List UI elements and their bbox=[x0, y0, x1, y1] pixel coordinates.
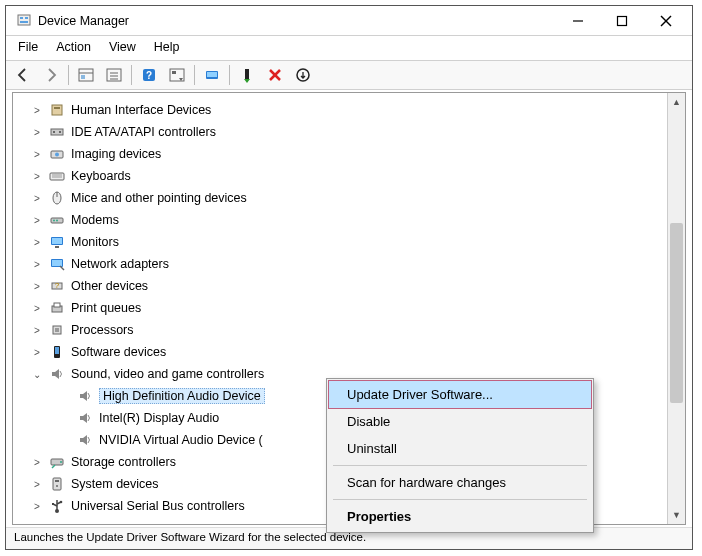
expand-icon[interactable]: > bbox=[31, 237, 43, 248]
svg-point-38 bbox=[53, 220, 55, 222]
toolbar-divider bbox=[194, 65, 195, 85]
tree-node-hid[interactable]: >Human Interface Devices bbox=[31, 99, 667, 121]
tree-node-label: Sound, video and game controllers bbox=[71, 367, 264, 381]
svg-rect-2 bbox=[25, 17, 28, 19]
help-button[interactable]: ? bbox=[138, 64, 160, 86]
tree-node-modem[interactable]: >Modems bbox=[31, 209, 667, 231]
svg-text:?: ? bbox=[55, 281, 60, 290]
svg-point-54 bbox=[60, 461, 62, 463]
maximize-button[interactable] bbox=[600, 7, 644, 35]
svg-rect-50 bbox=[55, 328, 59, 332]
svg-rect-10 bbox=[81, 75, 85, 79]
expand-icon[interactable]: > bbox=[31, 479, 43, 490]
svg-rect-56 bbox=[55, 480, 59, 482]
back-button[interactable] bbox=[12, 64, 34, 86]
tree-node-software[interactable]: >Software devices bbox=[31, 341, 667, 363]
tree-node-label: Mice and other pointing devices bbox=[71, 191, 247, 205]
expand-icon[interactable]: > bbox=[31, 127, 43, 138]
menu-help[interactable]: Help bbox=[154, 40, 180, 54]
toolbar-divider bbox=[131, 65, 132, 85]
expand-icon[interactable]: > bbox=[31, 105, 43, 116]
svg-rect-28 bbox=[53, 131, 55, 133]
svg-point-57 bbox=[56, 485, 58, 487]
action-toolbar-button[interactable] bbox=[166, 64, 188, 86]
tree-node-label: Other devices bbox=[71, 279, 148, 293]
forward-button[interactable] bbox=[40, 64, 62, 86]
tree-node-cpu[interactable]: >Processors bbox=[31, 319, 667, 341]
svg-rect-5 bbox=[618, 16, 627, 25]
context-menu-item[interactable]: Properties bbox=[329, 503, 591, 530]
scroll-down-arrow[interactable]: ▼ bbox=[668, 506, 685, 524]
context-menu-item[interactable]: Update Driver Software... bbox=[329, 381, 591, 408]
tree-node-label: Universal Serial Bus controllers bbox=[71, 499, 245, 513]
other-icon: ? bbox=[49, 278, 65, 294]
expand-icon[interactable]: > bbox=[31, 171, 43, 182]
system-icon bbox=[49, 476, 65, 492]
expand-icon[interactable]: > bbox=[31, 501, 43, 512]
speaker-icon bbox=[77, 410, 93, 426]
tree-node-mouse[interactable]: >Mice and other pointing devices bbox=[31, 187, 667, 209]
minimize-button[interactable] bbox=[556, 7, 600, 35]
enable-toolbar-button[interactable] bbox=[292, 64, 314, 86]
context-menu-item[interactable]: Uninstall bbox=[329, 435, 591, 462]
tree-node-label: Imaging devices bbox=[71, 147, 161, 161]
hid-icon bbox=[49, 102, 65, 118]
menu-view[interactable]: View bbox=[109, 40, 136, 54]
context-menu-item[interactable]: Disable bbox=[329, 408, 591, 435]
scan-hardware-button[interactable] bbox=[201, 64, 223, 86]
tree-node-ide[interactable]: >IDE ATA/ATAPI controllers bbox=[31, 121, 667, 143]
tree-child-label: Intel(R) Display Audio bbox=[99, 411, 219, 425]
tree-node-network[interactable]: >Network adapters bbox=[31, 253, 667, 275]
scroll-thumb[interactable] bbox=[670, 223, 683, 403]
expand-icon[interactable]: > bbox=[31, 347, 43, 358]
printer-icon bbox=[49, 300, 65, 316]
speaker-icon bbox=[77, 388, 93, 404]
collapse-icon[interactable]: ⌄ bbox=[31, 369, 43, 380]
tree-child-label: NVIDIA Virtual Audio Device ( bbox=[99, 433, 263, 447]
menu-action[interactable]: Action bbox=[56, 40, 91, 54]
svg-rect-29 bbox=[59, 131, 61, 133]
tree-node-printer[interactable]: >Print queues bbox=[31, 297, 667, 319]
close-button[interactable] bbox=[644, 7, 688, 35]
svg-point-39 bbox=[56, 220, 58, 222]
properties-toolbar-button[interactable] bbox=[103, 64, 125, 86]
svg-point-60 bbox=[60, 501, 63, 504]
menubar: File Action View Help bbox=[6, 36, 692, 60]
context-menu-item[interactable]: Scan for hardware changes bbox=[329, 469, 591, 496]
menu-file[interactable]: File bbox=[18, 40, 38, 54]
tree-node-label: Human Interface Devices bbox=[71, 103, 211, 117]
keyboard-icon bbox=[49, 168, 65, 184]
expand-icon[interactable]: > bbox=[31, 281, 43, 292]
tree-node-other[interactable]: >?Other devices bbox=[31, 275, 667, 297]
software-icon bbox=[49, 344, 65, 360]
tree-node-label: Monitors bbox=[71, 235, 119, 249]
scroll-up-arrow[interactable]: ▲ bbox=[668, 93, 685, 111]
svg-rect-42 bbox=[55, 246, 59, 248]
expand-icon[interactable]: > bbox=[31, 259, 43, 270]
svg-rect-1 bbox=[20, 17, 23, 19]
tree-node-monitor[interactable]: >Monitors bbox=[31, 231, 667, 253]
svg-rect-0 bbox=[18, 15, 30, 25]
tree-node-label: Network adapters bbox=[71, 257, 169, 271]
expand-icon[interactable]: > bbox=[31, 193, 43, 204]
context-menu-separator bbox=[333, 499, 587, 500]
expand-icon[interactable]: > bbox=[31, 303, 43, 314]
imaging-icon bbox=[49, 146, 65, 162]
uninstall-toolbar-button[interactable] bbox=[264, 64, 286, 86]
expand-icon[interactable]: > bbox=[31, 149, 43, 160]
tree-node-label: IDE ATA/ATAPI controllers bbox=[71, 125, 216, 139]
update-driver-toolbar-button[interactable] bbox=[236, 64, 258, 86]
svg-rect-26 bbox=[54, 107, 60, 109]
svg-point-31 bbox=[55, 153, 59, 157]
tree-node-keyboard[interactable]: >Keyboards bbox=[31, 165, 667, 187]
expand-icon[interactable]: > bbox=[31, 325, 43, 336]
tree-node-label: Modems bbox=[71, 213, 119, 227]
expand-icon[interactable]: > bbox=[31, 457, 43, 468]
svg-rect-44 bbox=[52, 260, 62, 266]
app-icon bbox=[16, 13, 32, 29]
modem-icon bbox=[49, 212, 65, 228]
vertical-scrollbar[interactable]: ▲ ▼ bbox=[667, 93, 685, 524]
tree-node-imaging[interactable]: >Imaging devices bbox=[31, 143, 667, 165]
show-hide-console-tree-button[interactable] bbox=[75, 64, 97, 86]
expand-icon[interactable]: > bbox=[31, 215, 43, 226]
